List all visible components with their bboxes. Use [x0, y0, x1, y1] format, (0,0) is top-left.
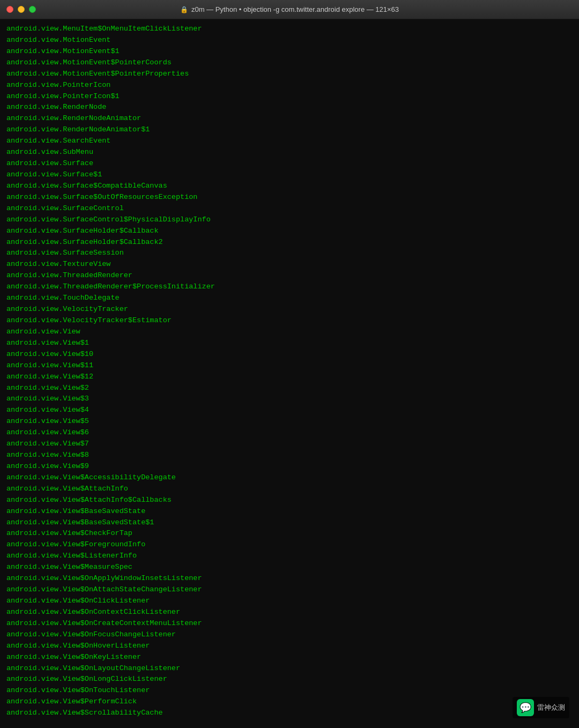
terminal-line: android.view.View$7 [6, 439, 573, 450]
terminal-line: android.view.View$PerformClick [6, 696, 573, 708]
terminal-line: android.view.View$6 [6, 427, 573, 439]
wechat-icon: 💬 [519, 702, 531, 714]
terminal-line: android.view.MenuItem$OnMenuItemClickLis… [6, 24, 573, 35]
terminal-line: android.view.Surface [6, 158, 573, 169]
terminal-line: android.view.View$OnClickListener [6, 596, 573, 607]
terminal-line: android.view.View$OnHoverListener [6, 641, 573, 652]
terminal-line: android.view.View$OnCreateContextMenuLis… [6, 618, 573, 629]
terminal-line: android.view.View$OnKeyListener [6, 652, 573, 663]
terminal-line: android.view.RenderNodeAnimator [6, 113, 573, 124]
terminal-line: android.view.View$BaseSavedState$1 [6, 517, 573, 529]
terminal-line: android.view.SurfaceHolder$Callback2 [6, 237, 573, 248]
terminal-line: android.view.View$CheckForTap [6, 528, 573, 539]
terminal-line: android.view.View$OnLayoutChangeListener [6, 663, 573, 674]
title-label: z0m — Python • objection -g com.twitter.… [191, 5, 399, 13]
terminal-line: android.view.View$4 [6, 405, 573, 416]
terminal-line: android.view.SurfaceHolder$Callback [6, 226, 573, 237]
terminal-line: android.view.ThreadedRenderer$ProcessIni… [6, 281, 573, 293]
terminal-line: android.view.View$11 [6, 360, 573, 372]
terminal-line: android.view.SurfaceSession [6, 248, 573, 259]
terminal-line: android.view.View$2 [6, 383, 573, 394]
terminal-line: android.view.View$OnApplyWindowInsetsLis… [6, 573, 573, 584]
terminal-line: android.view.View$ListenerInfo [6, 551, 573, 562]
terminal-line: android.view.ThreadedRenderer [6, 270, 573, 281]
close-button[interactable] [6, 6, 13, 13]
traffic-lights [6, 6, 36, 13]
terminal-line: android.view.Surface$1 [6, 169, 573, 181]
terminal-line: android.view.View$1 [6, 338, 573, 349]
terminal-line: android.view.MotionEvent$PointerCoords [6, 57, 573, 69]
terminal-line: android.view.View$AttachInfo [6, 484, 573, 495]
terminal-line: android.view.View$OnContextClickListener [6, 607, 573, 618]
terminal-line: android.view.View$BaseSavedState [6, 506, 573, 517]
terminal-line: android.view.SurfaceControl$PhysicalDisp… [6, 214, 573, 226]
title-bar: 🔒 z0m — Python • objection -g com.twitte… [0, 0, 579, 19]
terminal-line: android.view.View$OnAttachStateChangeLis… [6, 584, 573, 596]
terminal-line: android.view.View$12 [6, 372, 573, 383]
terminal-line: android.view.View$OnFocusChangeListener [6, 629, 573, 641]
terminal-line: android.view.View$ScrollabilityCache [6, 708, 573, 719]
terminal-line: android.view.TouchDelegate [6, 293, 573, 304]
terminal-line: android.view.PointerIcon [6, 80, 573, 91]
terminal-line: android.view.View$AttachInfo$Callbacks [6, 495, 573, 506]
terminal-line: android.view.Surface$OutOfResourcesExcep… [6, 192, 573, 203]
watermark: 💬 雷神众测 [513, 697, 569, 718]
lock-icon: 🔒 [180, 6, 188, 13]
terminal-line: android.view.PointerIcon$1 [6, 91, 573, 102]
terminal-line: android.view.View$OnTouchListener [6, 685, 573, 696]
terminal-line: android.view.RenderNodeAnimator$1 [6, 124, 573, 136]
terminal-line: android.view.MotionEvent [6, 35, 573, 46]
terminal-line: android.view.MotionEvent$PointerProperti… [6, 69, 573, 80]
terminal-line: android.view.View$OnLongClickListener [6, 674, 573, 685]
terminal-line: android.view.View$8 [6, 450, 573, 461]
terminal-line: android.view.View$AccessibilityDelegate [6, 472, 573, 484]
terminal-line: android.view.VelocityTracker [6, 304, 573, 315]
minimize-button[interactable] [18, 6, 25, 13]
terminal-line: android.view.SearchEvent [6, 136, 573, 147]
terminal-line: android.view.TextureView [6, 259, 573, 270]
terminal-line: android.view.View [6, 326, 573, 338]
terminal-line: android.view.View$ForegroundInfo [6, 539, 573, 551]
terminal-line: android.view.MotionEvent$1 [6, 46, 573, 57]
watermark-icon: 💬 [517, 699, 534, 716]
terminal-line: android.view.RenderNode [6, 102, 573, 113]
terminal-body[interactable]: android.view.MenuItem$OnMenuItemClickLis… [0, 19, 579, 728]
window-title: 🔒 z0m — Python • objection -g com.twitte… [180, 5, 399, 13]
terminal-line: android.view.SurfaceControl [6, 203, 573, 214]
terminal-line: android.view.SubMenu [6, 147, 573, 158]
terminal-line: android.view.Surface$CompatibleCanvas [6, 181, 573, 192]
terminal-line: android.view.View$10 [6, 349, 573, 360]
terminal-line: android.view.View$3 [6, 393, 573, 405]
terminal-line: android.view.View$5 [6, 416, 573, 427]
terminal-line: android.view.View$MeasureSpec [6, 562, 573, 573]
maximize-button[interactable] [29, 6, 36, 13]
watermark-text: 雷神众测 [537, 703, 565, 712]
terminal-line: android.view.View$9 [6, 461, 573, 472]
terminal-line: android.view.VelocityTracker$Estimator [6, 315, 573, 326]
